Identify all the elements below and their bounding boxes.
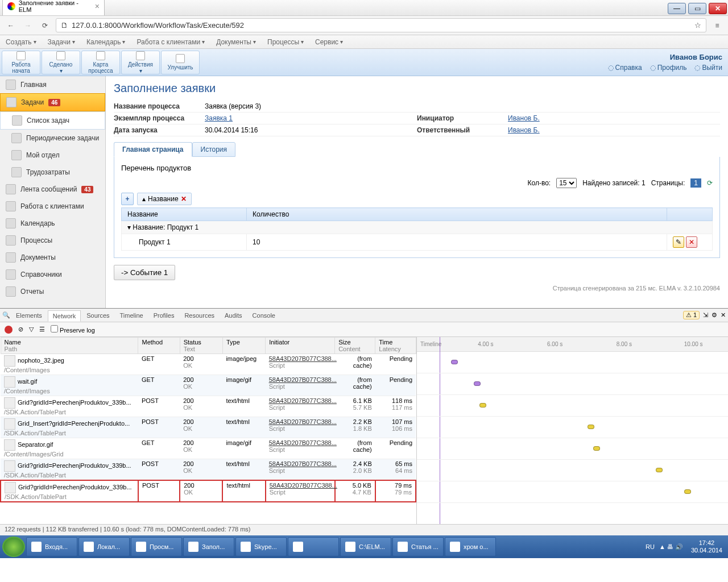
menu-button[interactable]: ≡ [711, 19, 723, 32]
menu-Документы[interactable]: Документы ▾ [216, 38, 256, 46]
toggle-dock-icon[interactable]: ⇲ [703, 311, 708, 319]
network-row[interactable]: Separator.gif/Content/Images/GridGET200O… [1, 438, 416, 459]
network-timeline[interactable]: Timeline4.00 s6.00 s8.00 s10.00 s [416, 337, 728, 524]
ribbon-link[interactable]: ◌ Справка [608, 64, 642, 72]
net-col[interactable]: Type [222, 338, 265, 354]
system-tray[interactable]: RU ▲ 🖶 🔊 17:4230.04.2014 [646, 539, 726, 554]
net-col[interactable]: NamePath [1, 338, 138, 354]
sidebar-item[interactable]: Процессы [0, 232, 105, 249]
tab-main[interactable]: Главная страница [114, 142, 192, 157]
edit-button[interactable]: ✎ [673, 236, 684, 248]
filter-icon[interactable]: ▽ [29, 326, 34, 333]
url-bar[interactable]: 🗋 127.0.0.1:8000/Workflow/WorkflowTask/E… [56, 18, 706, 32]
ribbon-btn[interactable]: Работаначата [2, 51, 40, 74]
taskbar-item[interactable]: Статья ... [392, 537, 444, 556]
taskbar-item[interactable]: C:\ELM... [340, 537, 391, 556]
ribbon-btn[interactable]: Действия▾ [121, 51, 160, 74]
instance-link[interactable]: Заявка 1 [205, 114, 353, 122]
sidebar-item[interactable]: Документы [0, 249, 105, 266]
refresh-icon[interactable]: ⟳ [707, 179, 713, 187]
user-label[interactable]: Иванов Борис [670, 53, 722, 61]
sidebar-item[interactable]: Периодические задачи [0, 130, 105, 147]
close-button[interactable]: ✕ [709, 3, 727, 14]
ribbon-link[interactable]: ◌ Профиль [650, 64, 687, 72]
taskbar-item[interactable] [288, 537, 339, 556]
page-num[interactable]: 1 [690, 178, 701, 188]
menu-Сервис[interactable]: Сервис ▾ [315, 38, 343, 46]
devtools-tab-Network[interactable]: Network [48, 310, 81, 322]
network-table[interactable]: NamePathMethodStatusTextTypeInitiatorSiz… [0, 337, 416, 524]
warn-badge[interactable]: ⚠ 1 [683, 311, 700, 319]
ribbon-btn[interactable]: Картапроцесса [81, 51, 120, 74]
taskbar-item[interactable]: Входя... [26, 537, 77, 556]
event-button[interactable]: -> Событие 1 [114, 265, 175, 280]
menu-Работа с клиентами[interactable]: Работа с клиентами ▾ [136, 38, 205, 46]
tab-history[interactable]: История [192, 142, 236, 157]
devtools-tab-Timeline[interactable]: Timeline [115, 310, 148, 321]
remove-filter-icon[interactable]: ✕ [181, 195, 187, 203]
menu-Календарь[interactable]: Календарь ▾ [86, 38, 126, 46]
devtools-tab-Elements[interactable]: Elements [11, 310, 47, 321]
add-button[interactable]: + [121, 193, 134, 205]
devtools-close-icon[interactable]: ✕ [721, 311, 726, 319]
taskbar-item[interactable]: Локал... [78, 537, 130, 556]
menu-Задачи[interactable]: Задачи ▾ [48, 38, 75, 46]
net-col[interactable]: Initiator [266, 338, 335, 354]
taskbar-item[interactable]: Запол... [183, 537, 234, 556]
ribbon-btn[interactable]: Улучшить [161, 51, 200, 74]
inspect-icon[interactable]: 🔍 [2, 311, 10, 319]
tab-close-icon[interactable]: × [95, 2, 100, 11]
devtools-tab-Console[interactable]: Console [248, 310, 280, 321]
record-button[interactable] [5, 326, 13, 334]
sidebar-item[interactable]: Трудозатраты [0, 164, 105, 181]
sidebar-item[interactable]: Мой отдел [0, 147, 105, 164]
devtools-tab-Sources[interactable]: Sources [82, 310, 114, 321]
group-row[interactable]: ▾ Название: Продукт 1 [122, 221, 713, 234]
reload-button[interactable]: ⟳ [39, 19, 51, 32]
col-qty[interactable]: Количество [247, 208, 667, 221]
col-name[interactable]: Название [122, 208, 247, 221]
network-row[interactable]: Grid?gridId=PerechenjProduktov_339b.../S… [1, 480, 416, 502]
settings-icon[interactable]: ⚙ [712, 311, 717, 319]
back-button[interactable]: ← [5, 19, 17, 32]
menu-Процессы[interactable]: Процессы ▾ [267, 38, 304, 46]
sidebar-item[interactable]: Главная [0, 76, 105, 93]
net-col[interactable]: Method [138, 338, 180, 354]
sidebar-item[interactable]: Задачи46 [0, 93, 105, 111]
clear-icon[interactable]: ⊘ [18, 326, 23, 333]
sidebar-item[interactable]: Справочники [0, 266, 105, 283]
minimize-button[interactable]: — [668, 3, 686, 14]
sidebar-item[interactable]: Отчеты [0, 283, 105, 300]
network-row[interactable]: Grid_Insert?gridId=PerechenjProdukto.../… [1, 417, 416, 438]
net-col[interactable]: SizeContent [335, 338, 375, 354]
sidebar-item[interactable]: Календарь [0, 215, 105, 232]
forward-button[interactable]: → [22, 19, 34, 32]
menu-Создать[interactable]: Создать ▾ [6, 38, 36, 46]
start-button[interactable] [2, 537, 25, 557]
sidebar-item[interactable]: Работа с клиентами [0, 198, 105, 215]
maximize-button[interactable]: ▭ [688, 3, 706, 14]
resp-link[interactable]: Иванов Б. [508, 126, 656, 134]
net-col[interactable]: TimeLatency [375, 338, 416, 354]
initiator-link[interactable]: Иванов Б. [508, 114, 656, 122]
devtools-tab-Audits[interactable]: Audits [220, 310, 247, 321]
qty-select[interactable]: 15 [556, 178, 577, 188]
view-icon[interactable]: ☰ [39, 326, 45, 333]
tray-icons[interactable]: ▲ 🖶 🔊 [659, 543, 683, 551]
delete-button[interactable]: ✕ [686, 236, 697, 248]
network-row[interactable]: nophoto_32.jpeg/Content/ImagesGET200OKim… [1, 354, 416, 375]
sidebar-item[interactable]: Список задач [0, 111, 105, 130]
taskbar-item[interactable]: хром о... [445, 537, 496, 556]
network-row[interactable]: Grid?gridId=PerechenjProduktov_339b.../S… [1, 459, 416, 481]
ribbon-link[interactable]: ◌ Выйти [694, 64, 722, 72]
taskbar-item[interactable]: Просм... [131, 537, 182, 556]
devtools-tab-Resources[interactable]: Resources [180, 310, 219, 321]
network-row[interactable]: Grid?gridId=PerechenjProduktov_339b.../S… [1, 396, 416, 417]
browser-tab[interactable]: Заполнение заявки - ELM × [2, 0, 105, 15]
net-col[interactable]: StatusText [180, 338, 222, 354]
devtools-tab-Profiles[interactable]: Profiles [149, 310, 179, 321]
preserve-log-checkbox[interactable]: Preserve log [51, 325, 95, 334]
filter-tag[interactable]: ▴ Название ✕ [137, 193, 192, 205]
lang-indicator[interactable]: RU [646, 543, 655, 550]
ribbon-btn[interactable]: Сделано▾ [42, 51, 80, 74]
